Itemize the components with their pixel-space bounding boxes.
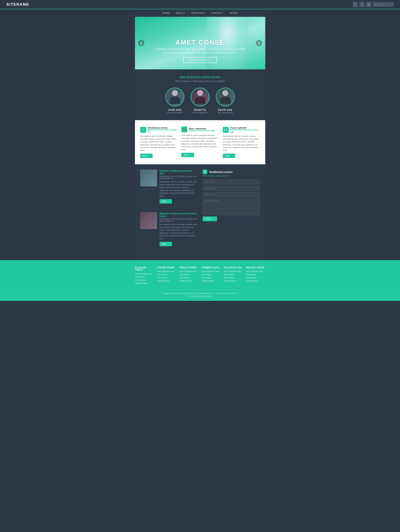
footer-col-title-4: COMMOD QUIS [202, 266, 221, 269]
post-subtitle-2: Sed egestas, ante et vulputate volutpat,… [160, 218, 198, 222]
contact-send-button[interactable]: Send → [203, 216, 217, 221]
services-section: ✏ Vestibulum auctor Morbi interdum molli… [135, 120, 265, 164]
hero-subtitle2: NULLAM MALESUADA ERAT UT TURPIS SUSPENDI… [154, 52, 246, 54]
service-header-2: 🌿 Nunc dignissim Vivamus vestibulum null… [181, 127, 219, 132]
footer-col-title-6: NECANT IPONS [246, 266, 265, 269]
team-section-sub: Morbi interdum mollis sapien ed ac risus… [139, 80, 261, 82]
footer-col-1-item-2: Cras ornare [135, 276, 154, 278]
footer-col-title-2: LOREM IPSUM [157, 266, 176, 269]
post-more-button-2[interactable]: More → [160, 242, 172, 246]
footer-col-4-item-2: Cras ornare [202, 273, 221, 276]
footer-col-1-item-1: Nunc dignissim risus [135, 273, 154, 275]
footer-col-4-item-3: Irid Vivamus [202, 277, 221, 279]
slider-next-button[interactable]: ❯ [256, 40, 262, 46]
social-icons: f t in [353, 2, 371, 7]
team-member-3: KEVIN DOE your designation [216, 88, 235, 114]
footer: ALIQUAM TINCIO Nunc dignissim risus Cras… [0, 260, 400, 301]
footer-col-3-item-4: vestibul Prarse [179, 280, 198, 282]
service-header-1: ✏ Vestibulum auctor Morbi interdum molli… [140, 127, 177, 133]
post-more-button-1[interactable]: More → [160, 199, 172, 204]
footer-col-6-item-1: Nunc dignissim risus [246, 270, 265, 272]
service-item-2: 🌿 Nunc dignissim Vivamus vestibulum null… [181, 127, 219, 158]
nav-work[interactable]: WORK [230, 12, 238, 14]
footer-columns: ALIQUAM TINCIO Nunc dignissim risus Cras… [135, 266, 265, 285]
service-subtitle-2: Vivamus vestibulum nulla [189, 129, 215, 132]
post-thumbnail-image-1 [140, 170, 157, 186]
team-designation-1: your designation [165, 112, 184, 114]
contact-subtitle: Morbi interdum mollis sapien ed [203, 175, 260, 177]
footer-col-3-item-1: Nunc dignissim risus [179, 270, 198, 272]
footer-col-5-item-3: Irid Vivamus [224, 277, 243, 279]
hero-text: AMET CONSE LOREM IPSUM DOLOR SIT AMET CO… [154, 39, 246, 63]
service-desc-3: Sed egestas, ante et vulputate volutpat,… [223, 135, 260, 152]
post-text-2: Aliquam tincidunt mauris eu risus kuoyn … [160, 212, 198, 246]
service-icon-2: 🌿 [181, 127, 187, 132]
contact-icon: ✏ [203, 170, 207, 174]
nav-about[interactable]: ABOUT [176, 12, 185, 14]
footer-col-title-3: SEDLU PRASE [179, 266, 198, 269]
post-item-1: Vivamus vestibulum nulla nec ante Sed eg… [140, 170, 198, 208]
avatar-placeholder-1 [166, 88, 184, 106]
post-body-1: Sed egestas, ante et vulputate volutpat,… [160, 180, 198, 197]
avatar-placeholder-3 [217, 88, 234, 106]
team-section-title: SED EGESTAS ANTE ETVIU [139, 76, 261, 79]
contact-phone-input[interactable] [203, 192, 260, 197]
team-members: JOHN DOE your designation ROSETTA your d… [139, 88, 261, 114]
facebook-icon[interactable]: f [353, 2, 358, 7]
team-name-3: KEVIN DOE [216, 109, 235, 111]
service-desc-1: Sed egestas, ante et vulputate volutpat,… [140, 135, 177, 152]
content-contact-section: Vivamus vestibulum nulla nec ante Sed eg… [135, 164, 265, 260]
hero-subtitle1: LOREM IPSUM DOLOR SIT AMET CONSE VIVAMUS… [154, 47, 246, 51]
team-avatar-1 [165, 88, 184, 107]
team-avatar-3 [216, 88, 235, 107]
search-input[interactable] [373, 2, 394, 7]
main-wrapper: HOME ABOUT SERVICES CONTACT WORK ❮ ❯ AME… [135, 9, 265, 260]
hero-cta-button[interactable]: LOREM IPSUM DLO [183, 57, 217, 63]
footer-col-5-item-4: vestibul Prarse [224, 280, 243, 282]
team-designation-3: your designation [216, 112, 235, 114]
service-more-button-2[interactable]: More → [181, 153, 194, 157]
topbar: SITENAME f t in [0, 0, 400, 9]
service-item-3: 🛋 Fusce pellente Integer vitae libero ac… [223, 127, 260, 158]
service-item-1: ✏ Vestibulum auctor Morbi interdum molli… [140, 127, 177, 158]
service-icon-1: ✏ [140, 127, 146, 133]
footer-col-4-item-1: Nunc dignissim risus [202, 270, 221, 272]
slider-prev-button[interactable]: ❮ [138, 40, 144, 46]
contact-message-input[interactable] [203, 198, 260, 215]
team-avatar-2 [191, 88, 210, 107]
footer-col-1: ALIQUAM TINCIO Nunc dignissim risus Cras… [135, 266, 154, 285]
footer-col-title-1: ALIQUAM TINCIO [135, 266, 154, 271]
contact-section: ✏ Vestibulum auctor Morbi interdum molli… [203, 170, 260, 255]
nav-services[interactable]: SERVICES [192, 12, 205, 14]
post-thumbnail-image-2 [140, 212, 157, 229]
contact-title: ✏ Vestibulum auctor [203, 170, 260, 174]
nav-contact[interactable]: CONTACT [211, 12, 223, 14]
post-subtitle-1: Sed egestas, ante et vulputate volutpat,… [160, 175, 198, 179]
post-thumb-1 [140, 170, 157, 186]
nav-home[interactable]: HOME [162, 12, 170, 14]
footer-col-6-item-3: Irid Vivamus [246, 277, 265, 279]
footer-col-2-item-1: Nunc dignissim risus [157, 270, 176, 272]
footer-col-title-5: VOLUPTAT SIN [224, 266, 243, 269]
service-header-3: 🛋 Fusce pellente Integer vitae libero ac… [223, 127, 260, 133]
twitter-icon[interactable]: t [359, 2, 365, 7]
team-member-1: JOHN DOE your designation [165, 88, 184, 114]
contact-email-input[interactable] [203, 186, 260, 191]
service-more-button-3[interactable]: More → [223, 154, 235, 158]
footer-col-5: VOLUPTAT SIN Nunc dignissim risus Cras o… [224, 266, 243, 285]
linkedin-icon[interactable]: in [366, 2, 371, 7]
post-text-1: Vivamus vestibulum nulla nec ante Sed eg… [160, 170, 198, 204]
team-name-1: JOHN DOE [165, 109, 184, 111]
service-more-button-1[interactable]: More → [140, 154, 153, 158]
service-subtitle-1: Morbi interdum mollis sapien ed [148, 129, 177, 133]
footer-col-3: SEDLU PRASE Nunc dignissim risus Cras or… [179, 266, 198, 285]
footer-col-2-item-4: vestibul Prarse [157, 280, 176, 282]
post-thumb-2 [140, 212, 157, 229]
post-title-2: Aliquam tincidunt mauris eu risus kuoyn [160, 212, 198, 217]
footer-col-6-item-4: vestibul Prarse [246, 280, 265, 282]
footer-col-1-item-3: Irid Vivamus [135, 279, 154, 281]
footer-tagline: Free Templates by FreeTempltes.pro [4, 295, 396, 298]
footer-col-2: LOREM IPSUM Nunc dignissim risus Cras or… [157, 266, 176, 285]
contact-name-input[interactable] [203, 179, 260, 184]
footer-col-6-item-2: Cras ornare [246, 273, 265, 276]
